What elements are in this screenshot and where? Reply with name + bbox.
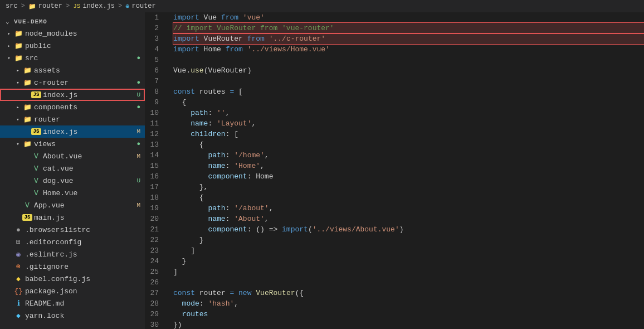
plain-token: {: [173, 139, 204, 150]
sidebar-item-label: main.js: [34, 214, 145, 222]
line-number: 2: [145, 23, 164, 33]
plain-token: [173, 309, 182, 320]
sidebar-item-c-router[interactable]: ▾📁c-router●: [0, 76, 145, 89]
code-line: component: () => import('../views/About.…: [173, 224, 644, 235]
breadcrumb-indexjs: index.js: [82, 2, 115, 10]
sidebar-item-components[interactable]: ▸📁components●: [0, 101, 145, 113]
sidebar-item-yarn[interactable]: ◆yarn.lock: [0, 309, 145, 322]
chevron-icon: ▾: [13, 141, 22, 147]
sidebar-item-browserslist[interactable]: ●.browserslistrc: [0, 224, 145, 236]
plain-token: ): [399, 224, 404, 235]
sidebar-item-assets[interactable]: ▸📁assets: [0, 64, 145, 76]
plain-token: : () =>: [247, 224, 282, 235]
sidebar-item-label: Home.vue: [43, 189, 145, 197]
line-number: 6: [145, 65, 164, 76]
prop-token: children: [191, 129, 225, 139]
sidebar-item-eslintrc[interactable]: ◉.eslintrc.js: [0, 248, 145, 260]
folder-icon: 📁: [13, 42, 23, 50]
readme-icon: ℹ: [13, 299, 23, 308]
sidebar-item-label: components: [34, 103, 136, 112]
sidebar-item-mainjs[interactable]: JSmain.js: [0, 211, 145, 224]
sidebar-item-public[interactable]: ▸📁public: [0, 40, 145, 52]
line-number: 14: [145, 150, 164, 161]
fn-token: VueRouter: [256, 288, 295, 298]
plain-token: [173, 171, 208, 182]
plain-token: ]: [173, 267, 178, 277]
code-content[interactable]: import Vue from 'vue'// import VueRouter…: [170, 12, 644, 329]
plain-token: }: [173, 256, 186, 267]
sidebar-item-label: yarn.lock: [25, 312, 145, 320]
plain-token: }): [173, 320, 182, 329]
line-number: 28: [145, 298, 164, 309]
vue-icon: V: [31, 152, 41, 161]
browserslist-icon: ●: [13, 226, 23, 234]
sidebar-item-about[interactable]: VAbout.vueM: [0, 150, 145, 162]
str-token: '../c-router': [269, 33, 325, 44]
sidebar-item-c-router-index[interactable]: JSindex.jsU: [0, 89, 145, 101]
line-number: 27: [145, 288, 164, 298]
line-number: 8: [145, 86, 164, 97]
prop-token: mode: [182, 298, 199, 309]
sidebar-item-readme[interactable]: ℹREADME.md: [0, 297, 145, 309]
line-number: 22: [145, 235, 164, 245]
line-number: 23: [145, 245, 164, 256]
code-line: // import VueRouter from 'vue-router': [173, 23, 644, 33]
sep2: >: [66, 2, 70, 10]
str-token: '/about': [234, 203, 269, 214]
kw-token: import: [173, 44, 199, 55]
fn-token: use: [191, 65, 203, 76]
kw-token: const: [173, 288, 195, 298]
code-line: const routes = [: [173, 86, 644, 97]
plain-token: ,: [269, 203, 274, 214]
sidebar-item-label: babel.config.js: [25, 275, 145, 283]
kw-token: =: [230, 288, 234, 298]
sidebar-item-badge: ●: [136, 141, 140, 147]
code-line: [173, 76, 644, 86]
sidebar-item-dog[interactable]: Vdog.vueU: [0, 175, 145, 187]
plain-token: [173, 161, 208, 171]
folder-blue-icon: 📁: [22, 140, 32, 148]
sidebar-item-views[interactable]: ▾📁views●: [0, 138, 145, 150]
kw-token: const: [173, 86, 195, 97]
str-token: 'About': [234, 214, 265, 224]
chevron-icon: ▸: [4, 31, 13, 37]
sidebar-item-package[interactable]: {}package.json: [0, 285, 145, 297]
breadcrumb-router-symbol: router: [131, 2, 155, 10]
plain-token: ,: [234, 298, 238, 309]
comment-token: // import VueRouter from 'vue-router': [173, 23, 334, 33]
folder-icon: 📁: [22, 66, 32, 75]
prop-token: path: [191, 108, 208, 118]
plain-token: [251, 288, 256, 298]
sidebar-item-app[interactable]: VApp.vueM: [0, 199, 145, 211]
code-line: const router = new VueRouter({: [173, 288, 644, 298]
sidebar-item-node_modules[interactable]: ▸📁node_modules: [0, 27, 145, 40]
code-line: children: [: [173, 129, 644, 139]
code-line: mode: 'hash',: [173, 298, 644, 309]
sidebar-item-home[interactable]: VHome.vue: [0, 187, 145, 199]
sidebar-item-badge: M: [136, 153, 140, 159]
code-line: path: '/home',: [173, 150, 644, 161]
sidebar-item-router-index[interactable]: JSindex.jsM: [0, 125, 145, 138]
sidebar-item-editorconfig[interactable]: ⊞.editorconfig: [0, 236, 145, 248]
line-number: 11: [145, 118, 164, 129]
plain-token: :: [208, 118, 217, 129]
kw-token: import: [173, 33, 199, 44]
sidebar-item-src[interactable]: ▾📁src●: [0, 52, 145, 64]
vue-icon: V: [22, 201, 32, 210]
code-line: }): [173, 320, 644, 329]
code-line: name: 'Layout',: [173, 118, 644, 129]
sidebar-item-gitignore[interactable]: ⊛.gitignore: [0, 260, 145, 273]
chevron-icon: ▾: [13, 80, 22, 86]
kw-token: new: [238, 288, 251, 298]
plain-token: [243, 44, 247, 55]
folder-icon: 📁: [13, 30, 23, 38]
vue-icon: V: [31, 189, 41, 197]
folder-blue-icon: 📁: [22, 103, 32, 112]
sidebar-item-badge: ●: [136, 79, 140, 86]
line-number: 1: [145, 12, 164, 23]
sidebar-item-babel[interactable]: ◆babel.config.js: [0, 273, 145, 285]
plain-token: [234, 288, 238, 298]
sidebar-item-cat[interactable]: Vcat.vue: [0, 162, 145, 175]
code-line: [173, 277, 644, 288]
sidebar-item-router[interactable]: ▾📁router: [0, 113, 145, 125]
